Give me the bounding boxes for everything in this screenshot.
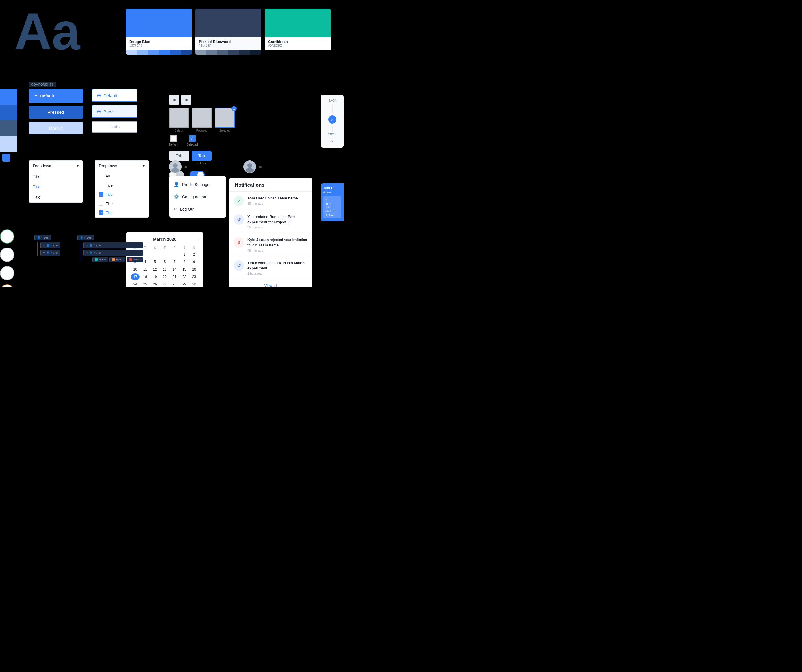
cal-day-25[interactable]: 25 — [141, 281, 150, 287]
cal-day-24[interactable]: 24 — [131, 281, 140, 287]
multi-cb-1[interactable] — [99, 183, 103, 188]
solid-buttons-group: + Default Pressed Disable — [29, 89, 83, 134]
chat-message-area[interactable]: ✉ Hi! H... tasks... What... I'm... Hi, T… — [323, 196, 341, 219]
cal-day-27[interactable]: 27 — [160, 281, 169, 287]
sidebar-mini-bar — [2, 154, 10, 162]
notif-icon-2: ↺ — [234, 214, 244, 225]
thumbnail-2[interactable] — [192, 108, 212, 128]
icon-buttons-row: ▣ ▣ — [169, 95, 235, 105]
step-label: STEP 1 — [324, 133, 341, 136]
cal-day-15[interactable]: 15 — [179, 266, 189, 273]
multi-cb-4[interactable]: ✓ — [99, 211, 103, 215]
dropdown-item-1[interactable]: Title — [29, 172, 83, 182]
icon-btn-2[interactable]: ▣ — [181, 95, 191, 105]
icon-btn-1[interactable]: ▣ — [169, 95, 179, 105]
dropdown-header[interactable]: Dropdown ▾ — [29, 161, 83, 172]
multi-dropdown-header[interactable]: Dropdown ▾ — [95, 161, 149, 172]
back-button[interactable]: BACK — [324, 99, 341, 102]
thumbnail-3[interactable]: 1 — [215, 108, 235, 128]
notif-item-4: ↺ Tim Kehell added Run into Mainn experi… — [229, 256, 312, 279]
cal-day-23[interactable]: 23 — [189, 274, 199, 280]
view-all-link[interactable]: View all — [264, 283, 277, 287]
btn-pressed[interactable]: Pressed — [29, 106, 83, 119]
step-circle: ✓ — [328, 115, 336, 123]
cal-day-30[interactable]: 30 — [189, 281, 199, 287]
cal-day-5[interactable]: 5 — [150, 259, 160, 266]
checkbox-checked-box[interactable]: ✓ — [189, 135, 196, 142]
calendar-month-year: March 2020 — [153, 237, 176, 241]
multi-item-1[interactable]: Title — [95, 181, 149, 190]
cal-day-20[interactable]: 20 — [160, 274, 169, 280]
multi-item-all[interactable]: All — [95, 172, 149, 181]
dark-tone-5 — [239, 50, 250, 55]
checkbox-checked: ✓ Selected — [187, 135, 198, 146]
add-icon-3[interactable]: + — [86, 243, 88, 247]
chevron-left-icon[interactable]: ‹ — [324, 138, 341, 143]
cal-day-7[interactable]: 7 — [170, 259, 179, 266]
multi-item-3[interactable]: Title — [95, 199, 149, 208]
btn-outline-press[interactable]: ⊕ Press — [92, 105, 137, 118]
notif-content-4: Tim Kehell added Run into Mainn experime… — [247, 261, 308, 275]
notif-content-2: You updated Run in the Bett experiment f… — [247, 214, 308, 229]
cal-day-10[interactable]: 10 — [131, 266, 140, 273]
add-icon-1[interactable]: + — [43, 243, 45, 247]
svg-point-2 — [171, 168, 179, 173]
cal-day-17-today[interactable]: 17 — [131, 274, 140, 280]
avatar-secondary[interactable] — [244, 160, 256, 173]
cal-day-19[interactable]: 19 — [150, 274, 160, 280]
thumbnail-row: Default Focused 1 Selected — [169, 108, 235, 132]
avatar-secondary-toggle[interactable]: ≡ — [259, 164, 262, 169]
menu-item-profile[interactable]: 👤 Profile Settings — [169, 178, 226, 191]
checkbox-unchecked: Default — [169, 135, 178, 146]
cal-day-8[interactable]: 8 — [179, 259, 189, 266]
blue-tone-4 — [159, 50, 170, 55]
cal-day-29[interactable]: 29 — [179, 281, 189, 287]
org-node-subchild1: Name — [92, 257, 108, 262]
cal-day-2[interactable]: 2 — [189, 251, 199, 258]
cal-day-11[interactable]: 11 — [141, 266, 150, 273]
user-icon-6: 👤 — [89, 251, 92, 254]
multi-cb-2[interactable]: ✓ — [99, 192, 103, 197]
tabs-row: Tab Tab — [169, 151, 235, 161]
cal-day-9[interactable]: 9 — [189, 259, 199, 266]
tab-inactive[interactable]: Tab — [169, 151, 189, 161]
dropdown-item-3[interactable]: Title — [29, 192, 83, 202]
cal-day-18[interactable]: 18 — [141, 274, 150, 280]
multi-item-4-checked[interactable]: ✓ Title — [95, 208, 149, 217]
blue-tone-3 — [148, 50, 159, 55]
btn-outline-disable: Disable — [92, 121, 137, 133]
btn-default[interactable]: + Default — [29, 89, 83, 103]
cal-day-22[interactable]: 22 — [179, 274, 189, 280]
avatar-menu-toggle[interactable]: ≡ — [184, 164, 187, 169]
multi-cb-3[interactable] — [99, 201, 103, 206]
tab-active[interactable]: Tab — [192, 151, 212, 161]
thumbnail-1[interactable] — [169, 108, 189, 128]
add-icon-2[interactable]: + — [43, 251, 45, 255]
dropdown-item-2-selected[interactable]: Title — [29, 182, 83, 192]
thumb-focused: Focused — [192, 108, 212, 132]
cal-day-12[interactable]: 12 — [150, 266, 160, 273]
cal-day-16[interactable]: 16 — [189, 266, 199, 273]
cal-day-1[interactable]: 1 — [179, 251, 189, 258]
multi-label-4: Title — [106, 211, 113, 215]
btn-outline-default[interactable]: ⊕ Default — [92, 89, 137, 102]
cal-day-6[interactable]: 6 — [160, 259, 169, 266]
checkbox-unchecked-box[interactable] — [170, 135, 177, 142]
cal-day-21[interactable]: 21 — [170, 274, 179, 280]
avatar-main[interactable] — [169, 160, 182, 173]
multi-label-2: Title — [106, 192, 113, 197]
multi-cb-all[interactable] — [99, 174, 103, 178]
menu-item-logout[interactable]: ↩ Log Out — [169, 203, 226, 215]
multi-item-2-checked[interactable]: ✓ Title — [95, 190, 149, 199]
cal-day-26[interactable]: 26 — [150, 281, 160, 287]
notif-text-4: Tim Kehell added Run into Mainn experime… — [247, 261, 308, 271]
notif-text-2: You updated Run in the Bett experiment f… — [247, 214, 308, 225]
calendar-next[interactable]: › — [197, 237, 199, 241]
minus-icon[interactable]: − — [86, 251, 88, 255]
cal-day-14[interactable]: 14 — [170, 266, 179, 273]
dark-tone-4 — [228, 50, 239, 55]
menu-item-configuration[interactable]: ⚙️ Configuration — [169, 191, 226, 203]
cal-day-13[interactable]: 13 — [160, 266, 169, 273]
cal-day-28[interactable]: 28 — [170, 281, 179, 287]
badge-circle-outline — [0, 248, 15, 262]
